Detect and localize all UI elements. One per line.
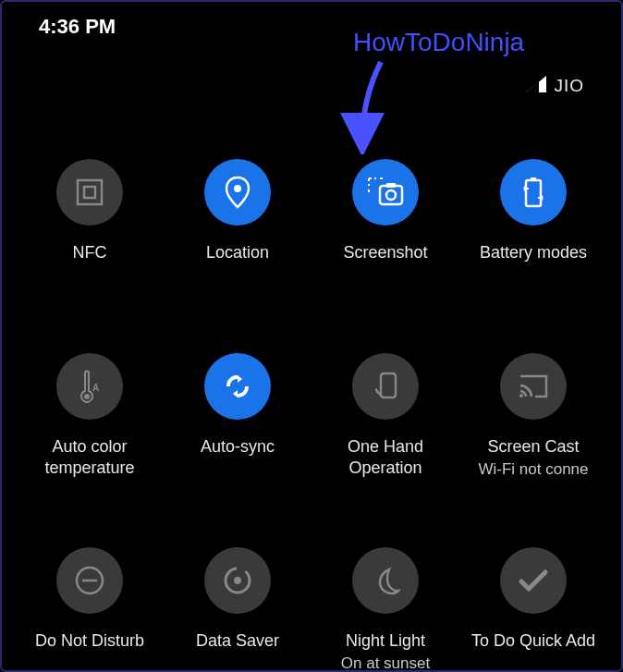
svg-point-5 [234, 185, 241, 192]
tile-screenshot[interactable]: Screenshot [316, 159, 455, 344]
tile-label: Screenshot [339, 242, 431, 263]
svg-point-7 [386, 190, 396, 200]
tile-todo-quick-add[interactable]: To Do Quick Add [464, 547, 603, 672]
tile-location[interactable]: Location [168, 159, 307, 344]
tile-auto-sync[interactable]: Auto-sync [168, 353, 307, 538]
night-icon [352, 547, 419, 614]
signal-status: JIO [526, 76, 584, 96]
battery-icon [500, 159, 567, 226]
svg-rect-9 [526, 180, 541, 206]
location-icon [204, 159, 271, 226]
datasaver-icon [204, 547, 271, 614]
status-bar: 4:36 PM [2, 2, 621, 48]
sync-icon [204, 353, 271, 420]
svg-rect-8 [386, 183, 396, 188]
watermark-text: HowToDoNinja [353, 28, 524, 57]
svg-point-14 [519, 394, 523, 397]
clock-time: 4:36 PM [39, 15, 116, 39]
tile-label: Auto color temperature [20, 436, 159, 480]
tile-label: Night Light [342, 630, 429, 652]
svg-rect-10 [531, 177, 536, 181]
tile-sublabel: On at sunset [341, 654, 430, 672]
tile-label: Auto-sync [197, 436, 278, 458]
carrier-label: JIO [554, 76, 584, 96]
tile-one-hand[interactable]: One Hand Operation [316, 353, 455, 538]
svg-point-11 [84, 394, 90, 399]
svg-rect-3 [78, 180, 102, 204]
tile-screen-cast[interactable]: Screen Cast Wi-Fi not conne [464, 353, 603, 538]
cast-icon [500, 353, 567, 420]
screenshot-icon [352, 159, 419, 226]
svg-rect-13 [381, 373, 396, 397]
tile-data-saver[interactable]: Data Saver [168, 547, 307, 672]
tile-label: Data Saver [192, 630, 283, 652]
nfc-icon [56, 159, 123, 226]
svg-rect-4 [84, 187, 95, 198]
dnd-icon [56, 547, 123, 614]
tile-label: To Do Quick Add [468, 630, 599, 652]
tile-label: Do Not Disturb [31, 630, 148, 652]
tile-label: Location [202, 242, 273, 263]
onehand-icon [352, 353, 419, 420]
tile-auto-color-temp[interactable]: A Auto color temperature [20, 353, 159, 538]
annotation-arrow [307, 53, 390, 154]
tile-dnd[interactable]: Do Not Disturb [20, 547, 159, 672]
todo-icon [500, 547, 567, 614]
tile-night-light[interactable]: Night Light On at sunset [316, 547, 455, 672]
signal-icon [526, 76, 546, 96]
tile-label: Battery modes [476, 242, 591, 263]
tile-nfc[interactable]: NFC [20, 159, 159, 344]
tile-battery-modes[interactable]: Battery modes [464, 159, 603, 344]
svg-rect-6 [380, 186, 402, 204]
thermometer-icon: A [56, 353, 123, 420]
tile-label: One Hand Operation [316, 436, 455, 480]
tile-label: Screen Cast [483, 436, 582, 458]
svg-point-18 [234, 577, 241, 584]
svg-text:A: A [92, 383, 99, 393]
tile-label: NFC [69, 242, 111, 263]
tile-sublabel: Wi-Fi not conne [478, 459, 588, 480]
svg-marker-2 [526, 81, 539, 92]
